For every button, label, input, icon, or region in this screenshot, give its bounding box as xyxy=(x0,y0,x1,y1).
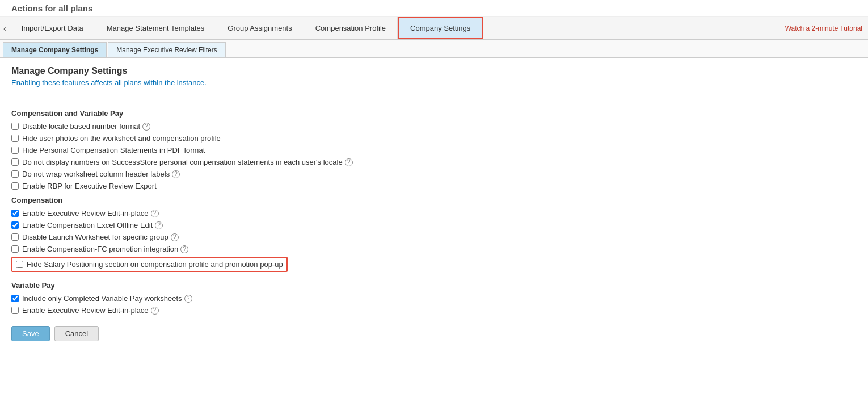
section-title-compensation: Compensation xyxy=(11,196,857,204)
save-button[interactable]: Save xyxy=(11,326,50,341)
top-nav: ‹ Import/Export DataManage Statement Tem… xyxy=(0,17,868,40)
top-nav-tabs: Import/Export DataManage Statement Templ… xyxy=(10,17,868,39)
checkbox-enable-comp-excel[interactable] xyxy=(11,221,19,229)
top-nav-tab-manage-templates[interactable]: Manage Statement Templates xyxy=(95,17,216,39)
checkbox-enable-comp-fc[interactable] xyxy=(11,245,19,253)
checkbox-do-not-wrap[interactable] xyxy=(11,170,19,178)
help-icon-disable-launch-worksheet[interactable]: ? xyxy=(171,233,179,241)
label-enable-exec-review-vp: Enable Executive Review Edit-in-place xyxy=(22,306,149,315)
section-variable-pay: Variable PayInclude only Completed Varia… xyxy=(11,281,857,315)
sub-tab-manage-exec-review[interactable]: Manage Executive Review Filters xyxy=(108,42,225,57)
label-enable-comp-fc: Enable Compensation-FC promotion integra… xyxy=(22,245,178,253)
checkbox-row-disable-locale: Disable locale based number format? xyxy=(11,122,857,131)
content-area: Compensation and Variable PayDisable loc… xyxy=(0,95,868,349)
help-icon-enable-exec-review-vp[interactable]: ? xyxy=(151,307,159,315)
watch-tutorial-link[interactable]: Watch a 2-minute Tutorial xyxy=(785,24,862,32)
help-icon-do-not-display-numbers[interactable]: ? xyxy=(345,158,353,166)
top-nav-tab-compensation-profile[interactable]: Compensation Profile xyxy=(304,17,398,39)
section-title-compensation-variable-pay: Compensation and Variable Pay xyxy=(11,109,857,118)
checkbox-enable-exec-review-vp[interactable] xyxy=(11,307,19,314)
checkbox-enable-rbp[interactable] xyxy=(11,182,19,190)
checkbox-row-enable-exec-review-edit: Enable Executive Review Edit-in-place? xyxy=(11,209,857,217)
checkbox-row-include-completed: Include only Completed Variable Pay work… xyxy=(11,294,857,303)
checkbox-disable-launch-worksheet[interactable] xyxy=(11,233,19,241)
checkbox-disable-locale[interactable] xyxy=(11,123,19,130)
checkbox-enable-exec-review-edit[interactable] xyxy=(11,210,19,217)
label-include-completed: Include only Completed Variable Pay work… xyxy=(22,294,182,303)
checkbox-include-completed[interactable] xyxy=(11,295,19,302)
checkbox-row-enable-comp-fc: Enable Compensation-FC promotion integra… xyxy=(11,245,857,253)
checkbox-row-hide-user-photos: Hide user photos on the worksheet and co… xyxy=(11,134,857,143)
section-compensation: CompensationEnable Executive Review Edit… xyxy=(11,196,857,275)
actions-header: Actions for all plans xyxy=(0,0,868,17)
sub-tab-manage-company-settings[interactable]: Manage Company Settings xyxy=(3,42,107,57)
checkbox-row-hide-personal-comp: Hide Personal Compensation Statements in… xyxy=(11,146,857,154)
cancel-button[interactable]: Cancel xyxy=(54,326,99,341)
checkbox-row-enable-rbp: Enable RBP for Executive Review Export xyxy=(11,182,857,190)
help-icon-do-not-wrap[interactable]: ? xyxy=(172,170,180,178)
button-row: SaveCancel xyxy=(11,326,857,341)
page-header: Manage Company Settings Enabling these f… xyxy=(0,58,868,95)
label-enable-comp-excel: Enable Compensation Excel Offline Edit xyxy=(22,221,153,229)
top-nav-tab-group-assignments[interactable]: Group Assignments xyxy=(216,17,304,39)
help-icon-include-completed[interactable]: ? xyxy=(184,295,192,303)
help-icon-enable-comp-excel[interactable]: ? xyxy=(155,221,163,229)
label-disable-locale: Disable locale based number format xyxy=(22,122,140,131)
help-icon-disable-locale[interactable]: ? xyxy=(142,123,150,131)
label-enable-rbp: Enable RBP for Executive Review Export xyxy=(22,182,157,190)
sub-tabs: Manage Company SettingsManage Executive … xyxy=(0,40,868,58)
checkbox-hide-salary-positioning[interactable] xyxy=(16,261,23,268)
label-disable-launch-worksheet: Disable Launch Worksheet for specific gr… xyxy=(22,233,168,241)
section-title-variable-pay: Variable Pay xyxy=(11,281,857,290)
label-hide-salary-positioning: Hide Salary Positioning section on compe… xyxy=(27,260,283,269)
help-icon-enable-comp-fc[interactable]: ? xyxy=(180,245,188,253)
checkbox-hide-personal-comp[interactable] xyxy=(11,147,19,154)
checkbox-row-do-not-wrap: Do not wrap worksheet column header labe… xyxy=(11,170,857,178)
top-nav-tab-import-export[interactable]: Import/Export Data xyxy=(10,17,95,39)
label-do-not-wrap: Do not wrap worksheet column header labe… xyxy=(22,170,170,178)
section-compensation-variable-pay: Compensation and Variable PayDisable loc… xyxy=(11,109,857,190)
checkbox-row-hide-salary-positioning: Hide Salary Positioning section on compe… xyxy=(11,257,288,272)
checkbox-do-not-display-numbers[interactable] xyxy=(11,158,19,166)
label-enable-exec-review-edit: Enable Executive Review Edit-in-place xyxy=(22,209,149,217)
page-subtitle: Enabling these features affects all plan… xyxy=(11,78,857,87)
page-title: Manage Company Settings xyxy=(11,66,857,76)
checkbox-row-do-not-display-numbers: Do not display numbers on SuccessStore p… xyxy=(11,158,857,166)
top-nav-tab-company-settings[interactable]: Company Settings xyxy=(398,17,483,39)
checkbox-row-enable-comp-excel: Enable Compensation Excel Offline Edit? xyxy=(11,221,857,229)
nav-left-arrow[interactable]: ‹ xyxy=(0,17,10,39)
checkbox-hide-user-photos[interactable] xyxy=(11,135,19,142)
checkbox-row-disable-launch-worksheet: Disable Launch Worksheet for specific gr… xyxy=(11,233,857,241)
label-hide-user-photos: Hide user photos on the worksheet and co… xyxy=(22,134,221,143)
checkbox-row-enable-exec-review-vp: Enable Executive Review Edit-in-place? xyxy=(11,306,857,315)
help-icon-enable-exec-review-edit[interactable]: ? xyxy=(151,210,159,217)
label-hide-personal-comp: Hide Personal Compensation Statements in… xyxy=(22,146,205,154)
label-do-not-display-numbers: Do not display numbers on SuccessStore p… xyxy=(22,158,343,166)
